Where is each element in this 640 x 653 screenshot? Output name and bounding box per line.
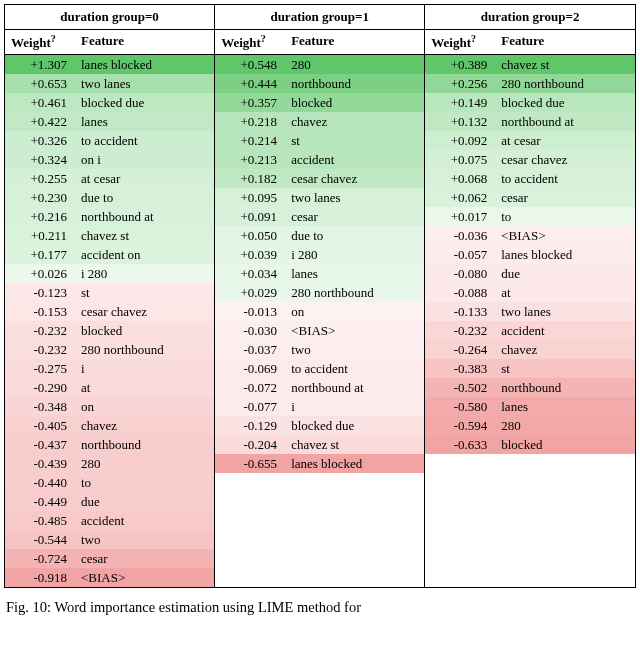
table-row: -0.133two lanes [425, 302, 635, 321]
table-row: +0.326to accident [5, 131, 214, 150]
feature-cell: chavez [493, 343, 635, 356]
weight-cell: -0.123 [5, 286, 73, 299]
table-row: -0.153cesar chavez [5, 302, 214, 321]
table-row: +0.050due to [215, 226, 424, 245]
feature-cell: two lanes [283, 191, 424, 204]
table-row: -0.232280 northbound [5, 340, 214, 359]
table-row: +0.653two lanes [5, 74, 214, 93]
column-header: Weight?Feature [425, 30, 635, 55]
weight-cell: +0.075 [425, 153, 493, 166]
weight-cell: -0.057 [425, 248, 493, 261]
header-weight-sup: ? [51, 33, 56, 44]
feature-cell: lanes [73, 115, 214, 128]
group-title: duration group=1 [215, 5, 424, 30]
feature-cell: i 280 [283, 248, 424, 261]
feature-cell: northbound at [493, 115, 635, 128]
weight-cell: -0.069 [215, 362, 283, 375]
weight-cell: +0.091 [215, 210, 283, 223]
group-title: duration group=2 [425, 5, 635, 30]
header-feature: Feature [73, 33, 214, 51]
feature-cell: blocked [73, 324, 214, 337]
feature-cell: blocked due [283, 419, 424, 432]
feature-cell: i [73, 362, 214, 375]
weight-cell: -0.383 [425, 362, 493, 375]
table-row: -0.077i [215, 397, 424, 416]
table-row: +0.095two lanes [215, 188, 424, 207]
weight-cell: +0.092 [425, 134, 493, 147]
rows-container: +0.389chavez st+0.256280 northbound+0.14… [425, 55, 635, 454]
feature-cell: due [493, 267, 635, 280]
table-row: -0.275i [5, 359, 214, 378]
weight-cell: +0.326 [5, 134, 73, 147]
column-header: Weight?Feature [5, 30, 214, 55]
table-row: +0.461blocked due [5, 93, 214, 112]
table-row: +0.357blocked [215, 93, 424, 112]
table-row: -0.069to accident [215, 359, 424, 378]
weight-cell: +0.026 [5, 267, 73, 280]
table-row: +0.218chavez [215, 112, 424, 131]
table-row: -0.918<BIAS> [5, 568, 214, 587]
weight-cell: -0.275 [5, 362, 73, 375]
weight-cell: -0.133 [425, 305, 493, 318]
header-weight: Weight? [425, 33, 493, 51]
table-row: -0.594280 [425, 416, 635, 435]
table-row: -0.080due [425, 264, 635, 283]
header-weight: Weight? [215, 33, 283, 51]
table-row: -0.290at [5, 378, 214, 397]
weight-cell: -0.405 [5, 419, 73, 432]
feature-cell: lanes blocked [493, 248, 635, 261]
weight-cell: -0.264 [425, 343, 493, 356]
weight-cell: +0.050 [215, 229, 283, 242]
feature-cell: blocked [493, 438, 635, 451]
table-row: -0.449due [5, 492, 214, 511]
weight-cell: -0.013 [215, 305, 283, 318]
weight-cell: -0.440 [5, 476, 73, 489]
feature-cell: chavez st [493, 58, 635, 71]
feature-cell: <BIAS> [283, 324, 424, 337]
table-row: -0.123st [5, 283, 214, 302]
group-column: duration group=1Weight?Feature+0.548280+… [215, 5, 425, 587]
table-row: +0.230due to [5, 188, 214, 207]
feature-cell: 280 [73, 457, 214, 470]
weight-cell: +0.357 [215, 96, 283, 109]
feature-cell: <BIAS> [493, 229, 635, 242]
feature-cell: lanes blocked [283, 457, 424, 470]
table-row: +0.039i 280 [215, 245, 424, 264]
table-row: +0.389chavez st [425, 55, 635, 74]
weight-cell: -0.232 [5, 324, 73, 337]
table-row: -0.544two [5, 530, 214, 549]
feature-cell: accident on [73, 248, 214, 261]
weight-cell: -0.724 [5, 552, 73, 565]
feature-cell: chavez [283, 115, 424, 128]
weight-cell: +0.149 [425, 96, 493, 109]
weight-cell: -0.072 [215, 381, 283, 394]
feature-cell: 280 northbound [493, 77, 635, 90]
header-weight-sup: ? [261, 33, 266, 44]
table-row: -0.129blocked due [215, 416, 424, 435]
weight-cell: +0.017 [425, 210, 493, 223]
weight-cell: +0.068 [425, 172, 493, 185]
weight-cell: +0.422 [5, 115, 73, 128]
feature-cell: due [73, 495, 214, 508]
feature-cell: at [493, 286, 635, 299]
weight-cell: +0.444 [215, 77, 283, 90]
table-row: -0.232blocked [5, 321, 214, 340]
table-row: +1.307lanes blocked [5, 55, 214, 74]
feature-cell: at cesar [73, 172, 214, 185]
feature-cell: st [493, 362, 635, 375]
table-row: -0.037two [215, 340, 424, 359]
weight-cell: -0.437 [5, 438, 73, 451]
weight-cell: +0.062 [425, 191, 493, 204]
table-row: +0.026i 280 [5, 264, 214, 283]
table-row: +0.068to accident [425, 169, 635, 188]
weight-cell: -0.153 [5, 305, 73, 318]
feature-cell: cesar [73, 552, 214, 565]
feature-cell: 280 [493, 419, 635, 432]
weight-cell: -0.348 [5, 400, 73, 413]
feature-cell: chavez [73, 419, 214, 432]
weight-cell: -0.036 [425, 229, 493, 242]
table-row: -0.502northbound [425, 378, 635, 397]
feature-cell: accident [73, 514, 214, 527]
weight-cell: -0.030 [215, 324, 283, 337]
weight-cell: +0.034 [215, 267, 283, 280]
